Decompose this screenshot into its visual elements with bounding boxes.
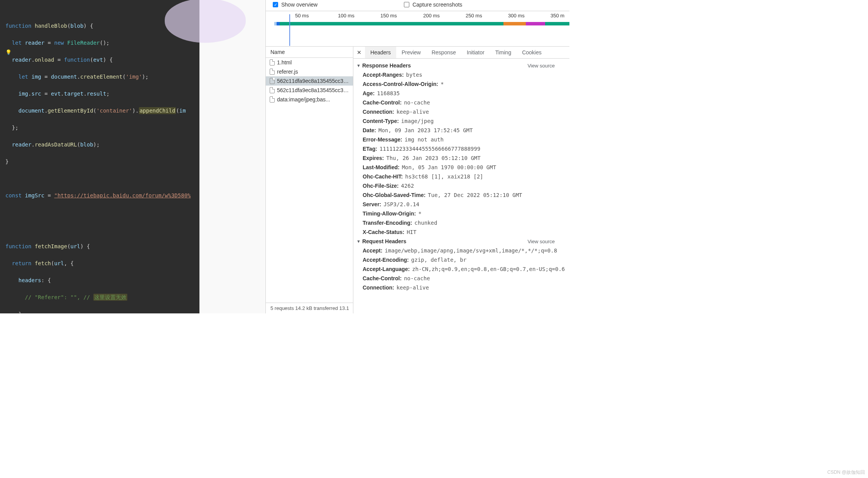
header-row: Date:Mon, 09 Jan 2023 17:52:45 GMT <box>353 126 569 135</box>
lightbulb-icon[interactable]: 💡 <box>5 48 12 57</box>
timeline-tick: 350 m <box>551 13 564 19</box>
header-value: Mon, 09 Jan 2023 17:52:45 GMT <box>378 127 473 133</box>
timeline-tick: 300 ms <box>508 13 525 19</box>
header-key: Accept: <box>363 247 382 254</box>
request-name: referer.js <box>277 69 298 75</box>
name-column-header[interactable]: Name <box>266 47 353 58</box>
checkbox-unchecked-icon[interactable] <box>404 2 409 7</box>
request-name: data:image/jpeg;bas... <box>277 96 330 103</box>
triangle-down-icon: ▼ <box>356 63 361 68</box>
header-value: gzip, deflate, br <box>411 257 466 263</box>
request-row[interactable]: data:image/jpeg;bas... <box>266 95 353 104</box>
header-key: Cache-Control: <box>363 99 402 106</box>
headers-panel[interactable]: ▼ Response Headers View source Accept-Ra… <box>353 59 569 313</box>
tab-cookies[interactable]: Cookies <box>517 47 547 58</box>
timeline-tick: 250 ms <box>466 13 482 19</box>
header-row: Expires:Thu, 26 Jan 2023 05:12:10 GMT <box>353 153 569 163</box>
request-row[interactable]: 562c11dfa9ec8a135455cc35b... <box>266 86 353 95</box>
request-row[interactable]: 562c11dfa9ec8a135455cc35b... <box>266 76 353 86</box>
header-row: Accept-Ranges:bytes <box>353 70 569 79</box>
header-key: Ohc-File-Size: <box>363 183 399 189</box>
header-value: * <box>418 210 421 217</box>
timeline-tick: 150 ms <box>380 13 397 19</box>
request-detail: ✕ HeadersPreviewResponseInitiatorTimingC… <box>353 47 569 313</box>
header-value: image/webp,image/apng,image/svg+xml,imag… <box>385 247 557 254</box>
header-key: X-Cache-Status: <box>363 229 404 235</box>
header-key: Connection: <box>363 109 394 115</box>
triangle-down-icon: ▼ <box>356 239 361 244</box>
header-key: Access-Control-Allow-Origin: <box>363 81 438 87</box>
request-name: 1.html <box>277 59 292 66</box>
timeline-tick: 200 ms <box>423 13 440 19</box>
timeline-tick: 50 ms <box>295 13 309 19</box>
header-key: Timing-Allow-Origin: <box>363 210 416 217</box>
header-row: Access-Control-Allow-Origin:* <box>353 79 569 89</box>
header-row: Accept-Language:zh-CN,zh;q=0.9,en;q=0.8,… <box>353 264 569 274</box>
header-key: Ohc-Cache-HIT: <box>363 173 403 180</box>
request-name: 562c11dfa9ec8a135455cc35b... <box>277 78 349 84</box>
header-value: Mon, 05 Jan 1970 00:00:00 GMT <box>402 164 496 170</box>
checkbox-checked-icon[interactable]: ✓ <box>273 2 278 7</box>
header-key: Age: <box>363 90 375 96</box>
header-row: Last-Modified:Mon, 05 Jan 1970 00:00:00 … <box>353 163 569 172</box>
header-value: JSP3/2.0.14 <box>383 201 419 207</box>
header-row: Content-Type:image/jpeg <box>353 116 569 126</box>
tab-initiator[interactable]: Initiator <box>461 47 490 58</box>
response-headers-section[interactable]: ▼ Response Headers View source <box>353 61 569 70</box>
tab-headers[interactable]: Headers <box>365 47 396 58</box>
timeline-overview[interactable]: 50 ms100 ms150 ms200 ms250 ms300 ms350 m <box>266 11 569 47</box>
file-icon <box>270 69 275 75</box>
header-row: Transfer-Encoding:chunked <box>353 218 569 227</box>
header-row: Error-Message:img not auth <box>353 135 569 144</box>
close-icon[interactable]: ✕ <box>353 49 365 56</box>
decorative-blob <box>165 0 246 43</box>
header-row: Accept-Encoding:gzip, deflate, br <box>353 255 569 264</box>
header-key: ETag: <box>363 146 377 152</box>
header-row: Ohc-File-Size:4262 <box>353 181 569 190</box>
header-key: Accept-Encoding: <box>363 257 409 263</box>
header-value: image/jpeg <box>401 118 434 124</box>
capture-screenshots-option[interactable]: Capture screenshots <box>404 2 462 8</box>
header-row: Connection:keep-alive <box>353 107 569 116</box>
header-key: Accept-Language: <box>363 266 410 272</box>
header-row: ETag:1111122333444555566666777888999 <box>353 144 569 153</box>
status-bar: 5 requests 14.2 kB transferred 13.1 <box>266 303 353 313</box>
header-key: Expires: <box>363 155 384 161</box>
header-value: keep-alive <box>397 109 429 115</box>
tab-timing[interactable]: Timing <box>490 47 517 58</box>
header-value: Thu, 26 Jan 2023 05:12:10 GMT <box>386 155 480 161</box>
header-row: Timing-Allow-Origin:* <box>353 209 569 218</box>
request-row[interactable]: 1.html <box>266 58 353 67</box>
request-headers-section[interactable]: ▼ Request Headers View source <box>353 237 569 246</box>
header-value: 4262 <box>401 183 414 189</box>
view-source-link[interactable]: View source <box>527 63 555 69</box>
header-value: 1111122333444555566666777888999 <box>380 146 480 152</box>
header-row: Accept:image/webp,image/apng,image/svg+x… <box>353 246 569 255</box>
header-key: Error-Message: <box>363 136 402 143</box>
header-row: Cache-Control:no-cache <box>353 98 569 107</box>
file-icon <box>270 87 275 93</box>
show-overview-option[interactable]: ✓ Show overview <box>273 2 317 8</box>
request-name: 562c11dfa9ec8a135455cc35b... <box>277 87 349 93</box>
tab-response[interactable]: Response <box>426 47 461 58</box>
timeline-playhead[interactable] <box>289 14 290 46</box>
code-editor[interactable]: 💡 function handleBlob(blob) { let reader… <box>0 0 199 313</box>
header-key: Last-Modified: <box>363 164 400 170</box>
file-icon <box>270 59 275 66</box>
header-value: zh-CN,zh;q=0.9,en;q=0.8,en-GB;q=0.7,en-U… <box>412 266 565 272</box>
tab-preview[interactable]: Preview <box>396 47 426 58</box>
timeline-tick: 100 ms <box>338 13 355 19</box>
header-value: * <box>441 81 444 87</box>
file-icon <box>270 96 275 103</box>
header-row: Server:JSP3/2.0.14 <box>353 200 569 209</box>
request-row[interactable]: referer.js <box>266 67 353 76</box>
browser-preview <box>199 0 265 313</box>
header-value: Tue, 27 Dec 2022 05:12:10 GMT <box>428 192 522 198</box>
header-row: Connection:keep-alive <box>353 283 569 292</box>
header-row: Ohc-Global-Saved-Time:Tue, 27 Dec 2022 0… <box>353 190 569 200</box>
header-value: no-cache <box>404 275 430 281</box>
request-list: Name 1.htmlreferer.js562c11dfa9ec8a13545… <box>266 47 353 313</box>
header-value: chunked <box>414 220 437 226</box>
view-source-link[interactable]: View source <box>527 239 555 244</box>
devtools-panel: ✓ Show overview Capture screenshots 50 m… <box>265 0 569 313</box>
